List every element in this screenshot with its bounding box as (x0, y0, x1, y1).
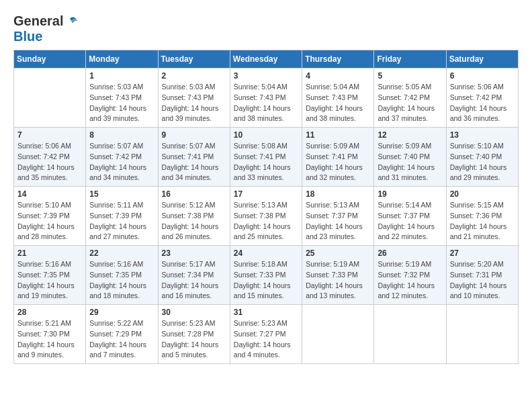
day-info: Sunrise: 5:16 AM Sunset: 7:35 PM Dayligh… (89, 259, 154, 302)
day-info: Sunrise: 5:23 AM Sunset: 7:27 PM Dayligh… (234, 318, 298, 361)
day-number: 23 (162, 248, 226, 258)
logo: General Blue (13, 13, 79, 44)
calendar-week-row: 7Sunrise: 5:06 AM Sunset: 7:42 PM Daylig… (14, 128, 519, 187)
day-info: Sunrise: 5:07 AM Sunset: 7:42 PM Dayligh… (89, 141, 154, 183)
day-info: Sunrise: 5:06 AM Sunset: 7:42 PM Dayligh… (17, 141, 82, 183)
day-info: Sunrise: 5:15 AM Sunset: 7:36 PM Dayligh… (450, 200, 515, 242)
calendar-cell: 14Sunrise: 5:10 AM Sunset: 7:39 PM Dayli… (14, 187, 86, 246)
day-number: 9 (162, 130, 226, 140)
weekday-header-monday: Monday (86, 50, 158, 68)
calendar-cell: 17Sunrise: 5:13 AM Sunset: 7:38 PM Dayli… (230, 187, 302, 246)
weekday-header-sunday: Sunday (14, 50, 86, 68)
day-number: 31 (234, 308, 298, 317)
day-number: 21 (17, 248, 82, 258)
day-number: 12 (378, 130, 442, 140)
calendar-week-row: 21Sunrise: 5:16 AM Sunset: 7:35 PM Dayli… (14, 246, 519, 305)
calendar-cell: 25Sunrise: 5:19 AM Sunset: 7:33 PM Dayli… (302, 246, 374, 305)
weekday-header-friday: Friday (374, 50, 446, 68)
calendar-cell: 29Sunrise: 5:22 AM Sunset: 7:29 PM Dayli… (86, 305, 158, 364)
day-info: Sunrise: 5:21 AM Sunset: 7:30 PM Dayligh… (17, 318, 82, 361)
day-number: 24 (234, 248, 298, 258)
day-number: 22 (89, 248, 154, 258)
calendar-cell: 31Sunrise: 5:23 AM Sunset: 7:27 PM Dayli… (230, 305, 302, 364)
day-number: 5 (378, 71, 442, 81)
day-number: 30 (162, 308, 226, 317)
day-info: Sunrise: 5:03 AM Sunset: 7:43 PM Dayligh… (162, 82, 226, 124)
calendar-cell: 2Sunrise: 5:03 AM Sunset: 7:43 PM Daylig… (158, 68, 230, 128)
calendar-week-row: 14Sunrise: 5:10 AM Sunset: 7:39 PM Dayli… (14, 187, 519, 246)
day-info: Sunrise: 5:04 AM Sunset: 7:43 PM Dayligh… (306, 82, 370, 124)
day-number: 26 (378, 248, 442, 258)
calendar-cell: 27Sunrise: 5:20 AM Sunset: 7:31 PM Dayli… (446, 246, 518, 305)
day-info: Sunrise: 5:18 AM Sunset: 7:33 PM Dayligh… (234, 259, 298, 302)
calendar-cell: 30Sunrise: 5:23 AM Sunset: 7:28 PM Dayli… (158, 305, 230, 364)
day-info: Sunrise: 5:13 AM Sunset: 7:37 PM Dayligh… (306, 200, 370, 242)
calendar-week-row: 28Sunrise: 5:21 AM Sunset: 7:30 PM Dayli… (14, 305, 519, 364)
day-info: Sunrise: 5:11 AM Sunset: 7:39 PM Dayligh… (89, 200, 154, 242)
day-number: 16 (162, 189, 226, 199)
weekday-header-saturday: Saturday (446, 50, 518, 68)
weekday-header-tuesday: Tuesday (158, 50, 230, 68)
calendar-cell: 5Sunrise: 5:05 AM Sunset: 7:42 PM Daylig… (374, 68, 446, 128)
calendar-table: SundayMondayTuesdayWednesdayThursdayFrid… (13, 50, 519, 364)
calendar-cell: 26Sunrise: 5:19 AM Sunset: 7:32 PM Dayli… (374, 246, 446, 305)
calendar-cell: 6Sunrise: 5:06 AM Sunset: 7:42 PM Daylig… (446, 68, 518, 128)
day-number: 6 (450, 71, 515, 81)
day-info: Sunrise: 5:17 AM Sunset: 7:34 PM Dayligh… (162, 259, 226, 302)
day-info: Sunrise: 5:07 AM Sunset: 7:41 PM Dayligh… (162, 141, 226, 183)
day-info: Sunrise: 5:04 AM Sunset: 7:43 PM Dayligh… (234, 82, 298, 124)
day-info: Sunrise: 5:22 AM Sunset: 7:29 PM Dayligh… (89, 318, 154, 361)
calendar-cell: 28Sunrise: 5:21 AM Sunset: 7:30 PM Dayli… (14, 305, 86, 364)
day-number: 14 (17, 189, 82, 199)
day-number: 19 (378, 189, 442, 199)
calendar-cell: 4Sunrise: 5:04 AM Sunset: 7:43 PM Daylig… (302, 68, 374, 128)
day-info: Sunrise: 5:16 AM Sunset: 7:35 PM Dayligh… (17, 259, 82, 302)
day-number: 15 (89, 189, 154, 199)
calendar-cell: 24Sunrise: 5:18 AM Sunset: 7:33 PM Dayli… (230, 246, 302, 305)
calendar-cell: 15Sunrise: 5:11 AM Sunset: 7:39 PM Dayli… (86, 187, 158, 246)
day-number: 13 (450, 130, 515, 140)
day-info: Sunrise: 5:03 AM Sunset: 7:43 PM Dayligh… (89, 82, 154, 124)
logo-blue-text: Blue (13, 29, 42, 44)
calendar-cell: 10Sunrise: 5:08 AM Sunset: 7:41 PM Dayli… (230, 128, 302, 187)
calendar-week-row: 1Sunrise: 5:03 AM Sunset: 7:43 PM Daylig… (14, 68, 519, 128)
calendar-cell: 18Sunrise: 5:13 AM Sunset: 7:37 PM Dayli… (302, 187, 374, 246)
day-info: Sunrise: 5:06 AM Sunset: 7:42 PM Dayligh… (450, 82, 515, 124)
day-number: 3 (234, 71, 298, 81)
calendar-cell (14, 68, 86, 128)
day-info: Sunrise: 5:20 AM Sunset: 7:31 PM Dayligh… (450, 259, 515, 302)
day-info: Sunrise: 5:05 AM Sunset: 7:42 PM Dayligh… (378, 82, 442, 124)
logo-general-text: General (13, 13, 63, 29)
calendar-cell (446, 305, 518, 364)
calendar-cell: 19Sunrise: 5:14 AM Sunset: 7:37 PM Dayli… (374, 187, 446, 246)
day-number: 1 (89, 71, 154, 81)
calendar-cell: 3Sunrise: 5:04 AM Sunset: 7:43 PM Daylig… (230, 68, 302, 128)
calendar-cell: 11Sunrise: 5:09 AM Sunset: 7:41 PM Dayli… (302, 128, 374, 187)
day-number: 17 (234, 189, 298, 199)
day-info: Sunrise: 5:08 AM Sunset: 7:41 PM Dayligh… (234, 141, 298, 183)
day-number: 18 (306, 189, 370, 199)
day-info: Sunrise: 5:09 AM Sunset: 7:41 PM Dayligh… (306, 141, 370, 183)
day-number: 20 (450, 189, 515, 199)
weekday-header-wednesday: Wednesday (230, 50, 302, 68)
day-number: 28 (17, 308, 82, 317)
day-info: Sunrise: 5:10 AM Sunset: 7:40 PM Dayligh… (450, 141, 515, 183)
calendar-header-row: SundayMondayTuesdayWednesdayThursdayFrid… (14, 50, 519, 68)
logo-bird-icon (64, 14, 79, 29)
day-info: Sunrise: 5:19 AM Sunset: 7:33 PM Dayligh… (306, 259, 370, 302)
day-number: 7 (17, 130, 82, 140)
calendar-cell: 8Sunrise: 5:07 AM Sunset: 7:42 PM Daylig… (86, 128, 158, 187)
weekday-header-thursday: Thursday (302, 50, 374, 68)
day-number: 4 (306, 71, 370, 81)
day-number: 11 (306, 130, 370, 140)
calendar-cell: 13Sunrise: 5:10 AM Sunset: 7:40 PM Dayli… (446, 128, 518, 187)
day-number: 10 (234, 130, 298, 140)
calendar-cell: 16Sunrise: 5:12 AM Sunset: 7:38 PM Dayli… (158, 187, 230, 246)
day-number: 27 (450, 248, 515, 258)
day-info: Sunrise: 5:23 AM Sunset: 7:28 PM Dayligh… (162, 318, 226, 361)
calendar-cell: 22Sunrise: 5:16 AM Sunset: 7:35 PM Dayli… (86, 246, 158, 305)
calendar-cell: 12Sunrise: 5:09 AM Sunset: 7:40 PM Dayli… (374, 128, 446, 187)
calendar-cell: 23Sunrise: 5:17 AM Sunset: 7:34 PM Dayli… (158, 246, 230, 305)
day-info: Sunrise: 5:13 AM Sunset: 7:38 PM Dayligh… (234, 200, 298, 242)
day-info: Sunrise: 5:10 AM Sunset: 7:39 PM Dayligh… (17, 200, 82, 242)
